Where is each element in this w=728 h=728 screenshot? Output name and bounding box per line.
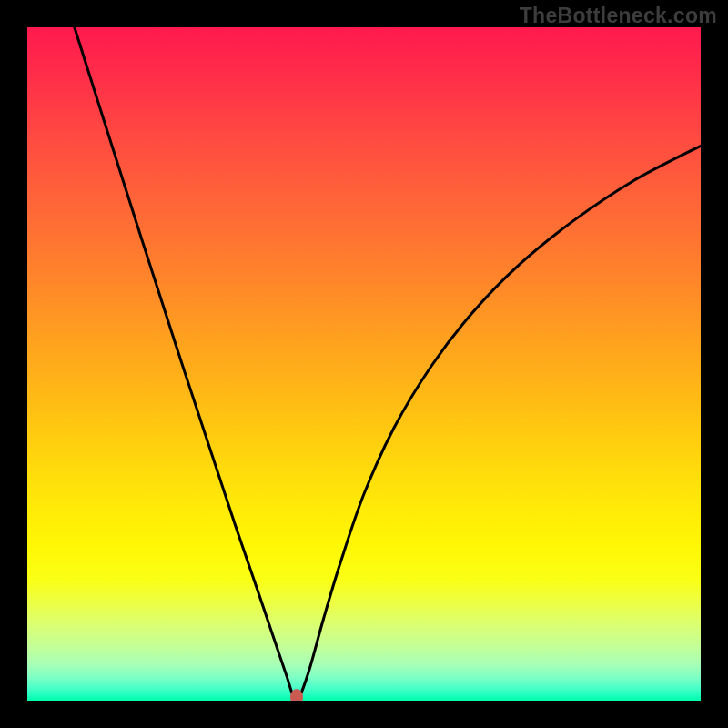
optimum-marker [290, 689, 303, 701]
plot-area [27, 27, 701, 701]
bottleneck-curve [75, 27, 701, 701]
chart-frame: TheBottleneck.com [0, 0, 728, 728]
curve-layer [27, 27, 701, 701]
watermark-text: TheBottleneck.com [520, 4, 717, 28]
